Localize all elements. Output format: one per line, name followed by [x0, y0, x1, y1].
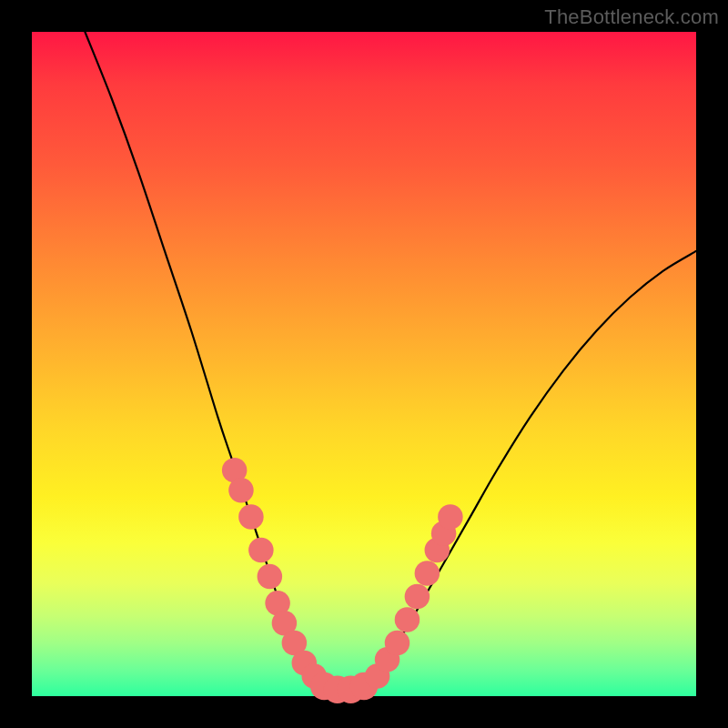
curve-markers — [222, 458, 463, 703]
watermark-text: TheBottleneck.com — [544, 5, 719, 29]
curve-marker — [415, 561, 440, 586]
plot-area — [32, 32, 696, 696]
chart-frame: TheBottleneck.com — [0, 0, 728, 728]
curve-marker — [258, 564, 283, 590]
curve-marker — [385, 631, 410, 656]
curve-marker — [238, 504, 264, 530]
curve-marker — [228, 478, 254, 503]
curve-marker — [438, 504, 463, 530]
curve-marker — [405, 584, 430, 610]
curve-marker — [248, 538, 274, 563]
curve-marker — [395, 607, 420, 632]
curve-svg — [32, 32, 696, 696]
bottleneck-curve — [85, 32, 696, 691]
